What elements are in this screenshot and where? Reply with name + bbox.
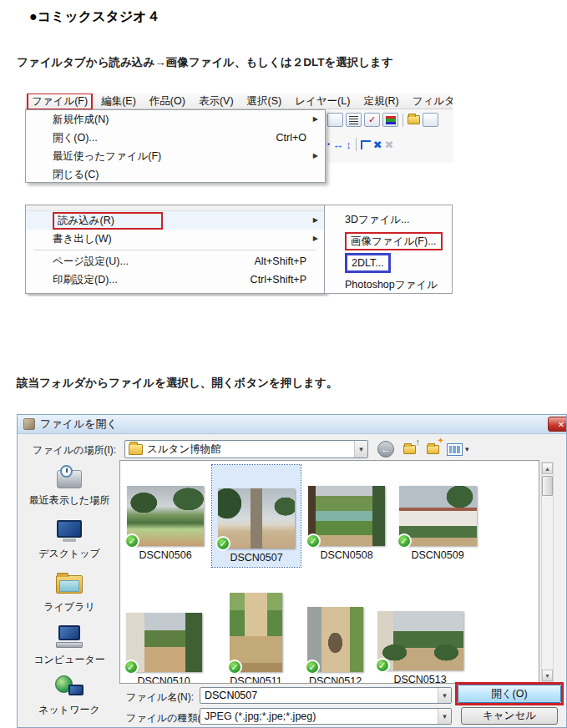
- menu-item-open[interactable]: 開く(O)... Ctrl+O: [26, 129, 325, 147]
- cancel-button[interactable]: キャンセル: [461, 707, 558, 725]
- dropdown-caret-icon[interactable]: ▾: [354, 441, 367, 458]
- menu-shortcut: Ctrl+Shift+P: [251, 270, 306, 289]
- file-menu-dropdown: 新規作成(N) ▶ 開く(O)... Ctrl+O 最近使ったファイル(F) ▶…: [25, 109, 326, 183]
- close-icon: ✕: [558, 420, 564, 429]
- scrollbar-thumb[interactable]: [542, 476, 553, 496]
- menu-shortcut: Ctrl+O: [276, 129, 306, 147]
- vertical-resize-icon[interactable]: ↕: [346, 139, 352, 151]
- file-item-dscn0513[interactable]: ✓ DSCN0513: [373, 611, 467, 684]
- dropdown-caret-icon[interactable]: ▾: [438, 688, 451, 703]
- file-item-dscn0508[interactable]: ✓ DSCN0508: [302, 486, 391, 561]
- thumbnail-image: ✓: [308, 486, 385, 546]
- folder-icon: [129, 444, 143, 455]
- location-row: ファイルの場所(I): スルタン博物館 ▾ ← ↑ ✦ ▾: [18, 438, 566, 460]
- submenu-item-3d-file[interactable]: 3Dファイル...: [325, 210, 452, 231]
- close-button[interactable]: ✕: [548, 417, 567, 432]
- color-palette-icon[interactable]: [382, 113, 398, 127]
- submenu-item-2dlt[interactable]: 2DLT...: [325, 253, 452, 275]
- file-item-dscn0510[interactable]: ✓ DSCN0510: [122, 613, 205, 684]
- menu-item-new[interactable]: 新規作成(N) ▶: [26, 110, 325, 129]
- ruler-icon[interactable]: [361, 140, 371, 149]
- menu-view[interactable]: 表示(V): [192, 94, 240, 109]
- menu-item-import[interactable]: 読み込み(R) ▶: [26, 211, 325, 230]
- scrollbar[interactable]: ▲ ▼: [541, 462, 554, 682]
- filetype-combobox[interactable]: JPEG (*.jpg;*.jpe;*.jpeg) ▾: [200, 708, 452, 725]
- scroll-up-icon[interactable]: ▲: [542, 463, 553, 474]
- menu-item-recent-files[interactable]: 最近使ったファイル(F) ▶: [26, 147, 325, 165]
- checked-badge-icon: ✓: [227, 660, 242, 675]
- menu-edit[interactable]: 編集(E): [94, 94, 143, 109]
- menu-item-close[interactable]: 閉じる(C): [26, 165, 325, 184]
- file-item-dscn0507-selected[interactable]: ✓ DSCN0507: [212, 465, 301, 567]
- step1-text: ファイルタブから読み込み→画像ファイル、もしくは２DLTを選択します: [17, 55, 393, 70]
- submenu-item-label: Photoshopファイル: [345, 279, 438, 291]
- file-name-label: DSCN0511: [230, 675, 281, 684]
- menu-item-export[interactable]: 書き出し(W) ▶: [26, 230, 325, 248]
- computer-icon: [53, 623, 85, 651]
- libraries-icon: [53, 570, 85, 599]
- open-folder-icon[interactable]: [408, 115, 420, 124]
- menu-item-label: 閉じる(C): [53, 169, 99, 180]
- back-button[interactable]: ←: [377, 440, 395, 458]
- dialog-title: ファイルを開く: [40, 417, 118, 432]
- file-item-dscn0511[interactable]: ✓ DSCN0511: [216, 593, 296, 684]
- tone-icon[interactable]: [327, 113, 343, 127]
- file-item-dscn0512[interactable]: ✓ DSCN0512: [296, 607, 375, 684]
- up-one-level-button[interactable]: ↑: [400, 440, 418, 458]
- file-item-dscn0509[interactable]: ✓ DSCN0509: [392, 486, 483, 561]
- submenu-item-label: 画像ファイル(F)...: [345, 232, 443, 250]
- step2-text: 該当フォルダからファイルを選択し、開くボタンを押します。: [17, 376, 337, 391]
- move-icon[interactable]: ✖: [373, 139, 382, 151]
- menu-bar: ファイル(F) 編集(E) 作品(O) 表示(V) 選択(S) レイヤー(L) …: [25, 94, 453, 109]
- menu-ruler[interactable]: 定規(R): [357, 94, 405, 109]
- menu-clipped-row: [26, 205, 325, 211]
- menu-item-label: 書き出し(W): [53, 233, 112, 245]
- menu-item-label: 新規作成(N): [53, 114, 109, 125]
- comicstudio-menu-screenshot: ファイル(F) 編集(E) 作品(O) 表示(V) 選択(S) レイヤー(L) …: [25, 94, 453, 296]
- file-list: ✓ DSCN0506 ✓ DSCN0507 ✓ DSCN0508 ✓ DSCN0…: [119, 460, 539, 684]
- open-button[interactable]: 開く(O): [458, 685, 561, 703]
- window-icon[interactable]: [423, 113, 438, 127]
- sidebar-item-label: ライブラリ: [43, 600, 94, 614]
- checked-badge-icon: ✓: [305, 660, 320, 675]
- import-submenu: 3Dファイル... 画像ファイル(F)... 2DLT... Photoshop…: [324, 205, 453, 294]
- submenu-item-label: 3Dファイル...: [345, 214, 410, 225]
- menu-item-label: 読み込み(R): [53, 212, 163, 230]
- view-menu-caret-icon[interactable]: ▾: [465, 445, 469, 453]
- up-arrow-icon: ↑: [416, 437, 421, 447]
- layer-list-icon[interactable]: [346, 113, 362, 127]
- horizontal-resize-icon[interactable]: ↔: [332, 139, 343, 151]
- scroll-down-icon[interactable]: ▼: [542, 670, 553, 681]
- filename-input[interactable]: [200, 690, 418, 701]
- sidebar-item-desktop[interactable]: デスクトップ: [21, 517, 118, 561]
- menu-item-page-setup[interactable]: ページ設定(U)... Alt+Shift+P: [26, 252, 325, 270]
- submenu-item-photoshop-file[interactable]: Photoshopファイル: [325, 275, 452, 294]
- filename-combobox[interactable]: ▾: [200, 687, 452, 704]
- thumbnail-image: ✓: [307, 607, 363, 672]
- filename-label: ファイル名(N):: [126, 690, 194, 705]
- open-file-dialog: ファイルを開く ✕ ファイルの場所(I): スルタン博物館 ▾ ← ↑ ✦ ▾: [17, 414, 567, 728]
- menu-file[interactable]: ファイル(F): [27, 94, 93, 110]
- sidebar-item-libraries[interactable]: ライブラリ: [21, 570, 118, 614]
- dialog-titlebar[interactable]: ファイルを開く ✕: [18, 415, 566, 434]
- file-item-dscn0506[interactable]: ✓ DSCN0506: [122, 486, 209, 561]
- file-menu-dropdown-lower: 読み込み(R) ▶ 書き出し(W) ▶ ページ設定(U)... Alt+Shif…: [25, 205, 326, 294]
- submenu-arrow-icon: ▶: [313, 211, 318, 230]
- up-folder-icon: [403, 445, 416, 454]
- menu-item-print-setup[interactable]: 印刷設定(D)... Ctrl+Shift+P: [26, 270, 325, 289]
- menu-filter[interactable]: フィルタ(I: [406, 94, 453, 109]
- sidebar-item-computer[interactable]: コンピューター: [21, 623, 118, 667]
- menu-layer[interactable]: レイヤー(L): [288, 94, 357, 109]
- view-menu-button[interactable]: [445, 440, 463, 458]
- sidebar-item-recent-places[interactable]: 最近表示した場所: [21, 463, 118, 508]
- submenu-item-image-file[interactable]: 画像ファイル(F)...: [325, 231, 452, 253]
- location-combobox[interactable]: スルタン博物館 ▾: [124, 440, 368, 458]
- file-name-label: DSCN0509: [411, 549, 463, 561]
- menu-story[interactable]: 作品(O): [143, 94, 192, 109]
- menu-select[interactable]: 選択(S): [240, 94, 289, 109]
- checkmark-icon[interactable]: ✓: [364, 113, 380, 127]
- dropdown-caret-icon[interactable]: ▾: [438, 709, 451, 724]
- submenu-arrow-icon: ▶: [313, 110, 318, 129]
- checked-badge-icon: ✓: [306, 533, 321, 549]
- new-folder-button[interactable]: ✦: [423, 440, 442, 458]
